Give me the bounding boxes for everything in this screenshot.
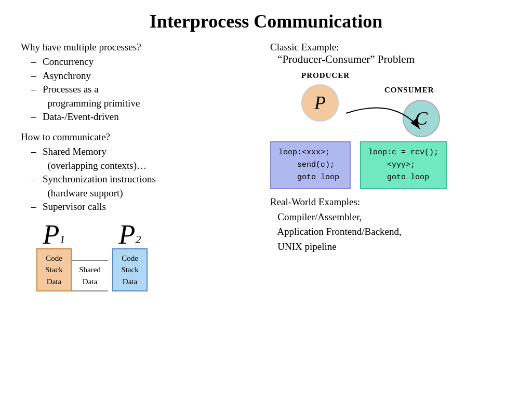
bullet-processes: Processes as a programming primitive [31,83,255,110]
p1-subscript: 1 [59,233,65,246]
consumer-label: CONSUMER [384,86,434,95]
page-title: Interprocess Communication [21,10,511,32]
shared-data-box: SharedData [72,260,108,291]
consumer-circle: C [403,100,440,137]
p2-column: P2 CodeStackData [112,221,148,292]
how-bullets: Shared Memory (overlapping contexts)… Sy… [31,145,255,214]
memory-diagram: P1 CodeStackData SharedData P2 CodeStack… [36,221,255,292]
bullet-concurrency: Concurrency [31,55,255,69]
bullet-supervisor: Supervisor calls [31,200,255,214]
p1-column: P1 CodeStackData [36,221,72,292]
why-bullets: Concurrency Asynchrony Processes as a pr… [31,55,255,124]
classic-subtitle: “Producer-Consumer” Problem [277,53,415,65]
pc-diagram: PRODUCER CONSUMER P C [270,71,499,185]
classic-title: Classic Example: “Producer-Consumer” Pro… [270,42,511,66]
bullet-shared-memory: Shared Memory (overlapping contexts)… [31,145,255,172]
left-column: Why have multiple processes? Concurrency… [21,42,260,291]
real-world-section: Real-World Examples: Compiler/Assembler,… [270,195,511,254]
producer-circle: P [301,84,339,122]
content-area: Why have multiple processes? Concurrency… [21,42,511,291]
right-column: Classic Example: “Producer-Consumer” Pro… [260,42,511,291]
real-world-title: Real-World Examples: [270,196,360,207]
real-world-line3: UNIX pipeline [270,241,337,252]
bullet-data-event: Data-/Event-driven [31,110,255,124]
shared-column: SharedData [72,233,108,291]
why-title: Why have multiple processes? [21,42,255,53]
code-box-producer: loop:<xxx>; send(c); goto loop [270,141,351,189]
code-box-consumer: loop:c = rcv(); <yyy>; goto loop [360,141,447,189]
p2-letter: P [119,221,136,248]
how-title: How to communicate? [21,131,255,143]
producer-label: PRODUCER [301,71,350,80]
p1-letter: P [43,221,60,248]
code-boxes: loop:<xxx>; send(c); goto loop loop:c = … [270,141,447,189]
real-world-line2: Application Frontend/Backend, [270,226,402,237]
p2-subscript: 2 [135,233,141,246]
code-stack-data-box1: CodeStackData [36,248,72,292]
page: Interprocess Communication Why have mult… [0,0,532,399]
bullet-sync: Synchronization instructions (hardware s… [31,172,255,200]
real-world-line1: Compiler/Assembler, [270,211,362,222]
p1-label-row: P1 [43,221,65,248]
classic-title-text: Classic Example: [270,42,339,52]
code-stack-data-box2: CodeStackData [112,248,148,292]
bullet-asynchrony: Asynchrony [31,69,255,83]
p2-label-row: P2 [119,221,141,248]
